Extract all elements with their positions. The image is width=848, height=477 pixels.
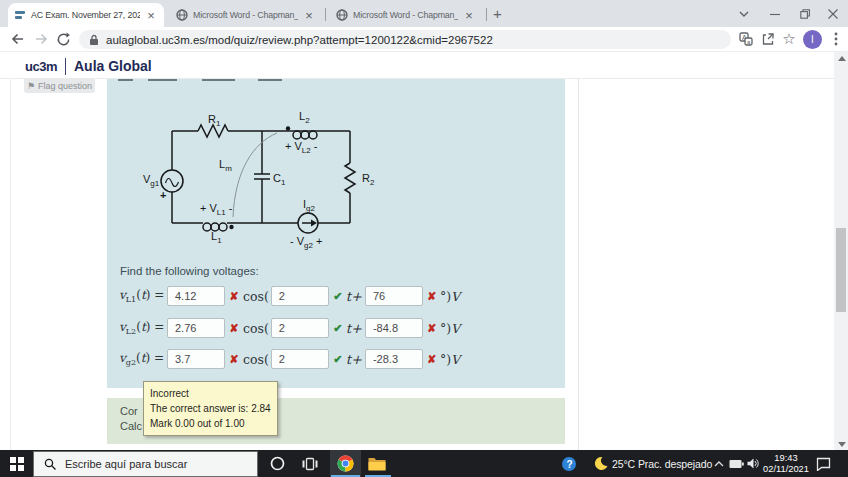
scroll-up-arrow[interactable] bbox=[838, 56, 846, 61]
file-explorer-button[interactable] bbox=[362, 450, 392, 477]
task-view-button[interactable] bbox=[296, 450, 323, 477]
amplitude-input[interactable] bbox=[167, 286, 225, 306]
mutual-inductance-arc bbox=[233, 133, 277, 217]
translate-icon[interactable]: Aa bbox=[736, 29, 756, 49]
phase-input[interactable] bbox=[365, 286, 423, 306]
phase-mark-icon bbox=[427, 290, 437, 303]
new-tab-button[interactable]: + bbox=[490, 7, 505, 22]
question-box: R1 L2 + VL2 - Lm C1 R2 Vg1 + Ig2 - Vg2 +… bbox=[107, 79, 565, 388]
t-plus-text: t+ bbox=[346, 352, 362, 367]
phase-input[interactable] bbox=[365, 349, 423, 369]
site-name[interactable]: Aula Global bbox=[74, 58, 152, 74]
tab-title: Microsoft Word - Chapman_Exan bbox=[353, 10, 458, 20]
taskbar-search[interactable] bbox=[33, 451, 258, 477]
screen: AC Exam. November 27, 2020: O × Microsof… bbox=[0, 0, 848, 477]
feedback-tooltip: Incorrect The correct answer is: 2.84 Ma… bbox=[143, 381, 278, 436]
cortana-button[interactable] bbox=[264, 450, 291, 477]
frequency-mark-icon bbox=[333, 290, 343, 303]
taskbar-clock[interactable]: 19:43 02/11/2021 bbox=[761, 450, 811, 477]
tab-close-icon[interactable]: × bbox=[462, 9, 476, 22]
volume-icon[interactable] bbox=[745, 450, 761, 477]
profile-avatar[interactable]: I bbox=[803, 30, 822, 49]
r1-label: R1 bbox=[208, 113, 221, 128]
action-center-icon[interactable] bbox=[812, 450, 834, 477]
tab-word-2[interactable]: Microsoft Word - Chapman_Exan × bbox=[330, 3, 482, 27]
vl2-label: + VL2 - bbox=[285, 140, 318, 155]
scrollbar-thumb[interactable] bbox=[836, 228, 846, 312]
browser-toolbar: aulaglobal.uc3m.es/mod/quiz/review.php?a… bbox=[0, 27, 848, 52]
url-text[interactable]: aulaglobal.uc3m.es/mod/quiz/review.php?a… bbox=[106, 34, 493, 46]
scroll-down-arrow[interactable] bbox=[838, 442, 846, 447]
amplitude-mark-icon bbox=[229, 353, 239, 366]
cos-text: cos( bbox=[243, 289, 269, 304]
window-close-button[interactable] bbox=[818, 0, 848, 27]
weather-status[interactable]: 25°C Prac. despejado bbox=[612, 450, 712, 477]
share-icon[interactable] bbox=[758, 29, 778, 49]
amplitude-input[interactable] bbox=[167, 349, 225, 369]
t-plus-text: t+ bbox=[346, 289, 362, 304]
amplitude-input[interactable] bbox=[167, 318, 225, 338]
lhs-vl1: vL1(t) = bbox=[119, 288, 167, 304]
tab-ac-exam[interactable]: AC Exam. November 27, 2020: O × bbox=[8, 3, 164, 27]
window-minimize-button[interactable] bbox=[760, 0, 790, 27]
l2-label: L2 bbox=[299, 110, 310, 125]
tab-separator bbox=[325, 8, 326, 21]
uc3m-favicon bbox=[14, 9, 26, 21]
tab-search-chevron-icon[interactable] bbox=[729, 0, 759, 27]
browser-menu-icon[interactable] bbox=[826, 29, 846, 49]
tab-separator bbox=[486, 8, 487, 21]
phase-mark-icon bbox=[427, 322, 437, 335]
degree-unit-text: °)V bbox=[440, 321, 460, 336]
frequency-input[interactable] bbox=[271, 286, 329, 306]
phase-input[interactable] bbox=[365, 318, 423, 338]
lm-label: Lm bbox=[219, 158, 232, 173]
t-plus-text: t+ bbox=[346, 321, 362, 336]
vl1-label: + VL1 - bbox=[200, 202, 233, 217]
equation-row-vl1: vL1(t) = cos( t+ °)V bbox=[119, 285, 460, 307]
frequency-input[interactable] bbox=[271, 349, 329, 369]
clock-time: 19:43 bbox=[774, 453, 797, 464]
tab-title: Microsoft Word - Chapman_Exan bbox=[193, 10, 298, 20]
reload-button[interactable] bbox=[53, 29, 73, 49]
frequency-mark-icon bbox=[333, 322, 343, 335]
dot-marker-l1 bbox=[229, 225, 233, 229]
content-divider bbox=[578, 79, 579, 450]
help-tray-icon[interactable]: ? bbox=[558, 450, 580, 477]
bookmark-star-icon[interactable]: ☆ bbox=[779, 29, 799, 49]
degree-unit-text: °)V bbox=[440, 289, 460, 304]
clock-date: 02/11/2021 bbox=[763, 464, 809, 475]
frequency-input[interactable] bbox=[271, 318, 329, 338]
cos-text: cos( bbox=[243, 352, 269, 367]
r2-label: R2 bbox=[362, 172, 375, 187]
chrome-taskbar-tile[interactable] bbox=[330, 450, 361, 477]
tooltip-answer: The correct answer is: 2.84 bbox=[150, 401, 271, 416]
start-button[interactable] bbox=[4, 450, 30, 477]
l1-label: L1 bbox=[211, 230, 222, 245]
battery-icon[interactable] bbox=[728, 450, 745, 477]
tab-close-icon[interactable]: × bbox=[144, 9, 158, 22]
amplitude-mark-icon bbox=[229, 322, 239, 335]
page-content: uc3m Aula Global ⚑ Flag question bbox=[0, 52, 848, 450]
uc3m-logo[interactable]: uc3m bbox=[25, 59, 57, 74]
address-bar[interactable]: aulaglobal.uc3m.es/mod/quiz/review.php?a… bbox=[79, 30, 731, 49]
lock-icon bbox=[89, 34, 99, 46]
weather-moon-icon[interactable] bbox=[590, 450, 610, 477]
search-input[interactable] bbox=[65, 458, 245, 470]
left-panel-border bbox=[10, 79, 11, 450]
window-restore-button[interactable] bbox=[790, 0, 820, 27]
forward-button[interactable] bbox=[31, 29, 51, 49]
degree-unit-text: °)V bbox=[440, 352, 460, 367]
folder-icon bbox=[368, 457, 386, 471]
flag-question-button[interactable]: ⚑ Flag question bbox=[24, 79, 95, 93]
chrome-icon bbox=[337, 455, 354, 472]
tab-close-icon[interactable]: × bbox=[302, 9, 316, 22]
tray-chevron-icon[interactable] bbox=[710, 450, 728, 477]
tab-word-1[interactable]: Microsoft Word - Chapman_Exan × bbox=[170, 3, 322, 27]
svg-text:?: ? bbox=[566, 458, 572, 469]
c1-label: C1 bbox=[273, 172, 286, 187]
phase-mark-icon bbox=[427, 353, 437, 366]
back-button[interactable] bbox=[8, 29, 28, 49]
amplitude-mark-icon bbox=[229, 290, 239, 303]
equation-row-vg2: vg2(t) = cos( t+ °)V bbox=[119, 348, 460, 370]
lhs-vg2: vg2(t) = bbox=[119, 351, 167, 367]
